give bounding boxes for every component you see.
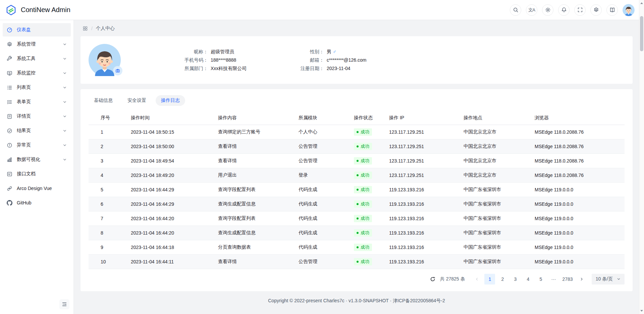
table-row: 82023-11-04 16:44:20查询生成配置信息代码生成成功119.12… xyxy=(89,226,625,240)
status-badge: 成功 xyxy=(354,200,372,208)
docs-button[interactable] xyxy=(606,4,618,16)
scroll-up-arrow[interactable] xyxy=(639,1,644,6)
field-label: 性别： xyxy=(277,48,324,55)
sidebar-item-result-page[interactable]: 结果页 xyxy=(3,124,71,137)
scroll-down-arrow[interactable] xyxy=(639,308,644,313)
table-cell: 4 xyxy=(89,168,125,182)
next-page-button[interactable] xyxy=(576,274,587,285)
table-cell: 2023-11-04 16:44:29 xyxy=(125,197,213,211)
search-button[interactable] xyxy=(510,4,521,16)
table-cell: 119.123.193.216 xyxy=(384,254,458,269)
previous-page-button[interactable] xyxy=(472,274,482,285)
chevron-down-icon xyxy=(63,158,67,162)
table-cell: 2023-11-04 16:44:11 xyxy=(125,254,213,269)
settings-button[interactable] xyxy=(590,4,602,16)
table-cell: 中国广东省深圳市 xyxy=(458,240,529,254)
table-row: 102023-11-04 16:44:11查看详情公告管理成功119.123.1… xyxy=(89,254,625,269)
sidebar-item-data-visualization[interactable]: 数据可视化 xyxy=(3,153,71,166)
gear-icon xyxy=(593,7,599,13)
status-badge: 成功 xyxy=(354,128,372,136)
profile-card: 昵称： 超级管理员 性别： 男♂ 手机号码： 188****8888 邮箱： c… xyxy=(80,36,633,84)
file-icon xyxy=(7,114,12,119)
pagination-ellipsis[interactable]: ··· xyxy=(548,274,559,285)
male-icon: ♂ xyxy=(333,49,336,54)
vertical-scrollbar[interactable] xyxy=(639,0,644,314)
status-cell: 成功 xyxy=(348,182,384,197)
tab-basic-info[interactable]: 基础信息 xyxy=(89,95,118,106)
search-icon xyxy=(513,7,519,13)
status-dot-icon xyxy=(357,246,359,248)
sun-icon xyxy=(545,7,551,13)
page-number-1[interactable]: 1 xyxy=(484,274,495,285)
sidebar-item-github[interactable]: GitHub xyxy=(3,196,71,209)
sidebar-item-detail-page[interactable]: 详情页 xyxy=(3,110,71,123)
user-avatar[interactable] xyxy=(623,4,635,16)
table-cell: 2023-11-04 18:49:20 xyxy=(125,168,213,182)
exclamation-circle-icon xyxy=(7,142,12,148)
sidebar-item-arco-design-vue[interactable]: Arco Design Vue xyxy=(3,182,71,195)
page-number-3[interactable]: 3 xyxy=(510,274,521,285)
table-cell: 查询字段配置列表 xyxy=(213,182,293,197)
sidebar-item-dashboard[interactable]: 仪表盘 xyxy=(3,23,71,37)
table-cell: 代码生成 xyxy=(293,240,348,254)
sidebar-item-system-management[interactable]: 系统管理 xyxy=(3,38,71,51)
table-cell: MSEdge 119.0.0.0 xyxy=(529,226,625,240)
table-cell: 3 xyxy=(89,153,125,168)
apps-grid-icon[interactable] xyxy=(83,26,88,31)
table-cell: 123.117.129.251 xyxy=(384,125,458,139)
sidebar-item-system-tools[interactable]: 系统工具 xyxy=(3,52,71,65)
pagination-total: 共 27825 条 xyxy=(440,276,465,282)
translate-button[interactable]: 文A xyxy=(526,4,537,16)
tab-operation-log[interactable]: 操作日志 xyxy=(156,95,185,106)
page-number-2783[interactable]: 2783 xyxy=(561,274,574,285)
column-header: 浏览器 xyxy=(529,111,625,125)
table-cell: 123.117.129.251 xyxy=(384,153,458,168)
table-cell: 119.123.193.216 xyxy=(384,240,458,254)
table-cell: 查看详情 xyxy=(213,139,293,153)
theme-button[interactable] xyxy=(542,4,553,16)
table-cell: 分页查询数据表 xyxy=(213,240,293,254)
list-icon xyxy=(7,85,12,90)
table-cell: 查看详情 xyxy=(213,153,293,168)
table-cell: 查询生成配置信息 xyxy=(213,226,293,240)
table-cell: 2023-11-04 16:44:20 xyxy=(125,226,213,240)
table-cell: 5 xyxy=(89,182,125,197)
page-size-select[interactable]: 10 条/页 xyxy=(592,274,625,285)
main-content: / 个人中心 xyxy=(74,20,638,314)
fullscreen-button[interactable] xyxy=(574,4,586,16)
page-number-5[interactable]: 5 xyxy=(535,274,546,285)
table-cell: 登录 xyxy=(293,168,348,182)
sidebar-item-form-page[interactable]: 表单页 xyxy=(3,95,71,109)
table-cell: 2023-11-04 16:44:29 xyxy=(125,182,213,197)
page-number-2[interactable]: 2 xyxy=(497,274,508,285)
table-cell: 6 xyxy=(89,197,125,211)
sidebar-item-list-page[interactable]: 列表页 xyxy=(3,81,71,94)
scrollbar-thumb[interactable] xyxy=(640,16,643,51)
sidebar-item-exception-page[interactable]: 异常页 xyxy=(3,138,71,152)
table-cell: MSEdge 118.0.2088.76 xyxy=(529,139,625,153)
table-cell: 2023-11-04 18:49:54 xyxy=(125,153,213,168)
table-cell: 2023-11-04 18:50:00 xyxy=(125,139,213,153)
sidebar-collapse-button[interactable] xyxy=(59,299,69,309)
status-dot-icon xyxy=(357,189,359,191)
tab-security-settings[interactable]: 安全设置 xyxy=(122,95,152,106)
refresh-button[interactable] xyxy=(429,275,437,283)
page-number-4[interactable]: 4 xyxy=(523,274,533,285)
tabs-card: 基础信息 安全设置 操作日志 序号 操作时间 操作内容 所属模块 操作状态 操作… xyxy=(80,89,633,291)
table-cell: 10 xyxy=(89,254,125,269)
table-cell: 119.123.193.216 xyxy=(384,197,458,211)
status-dot-icon xyxy=(357,131,359,133)
column-header: 操作地点 xyxy=(458,111,529,125)
table-cell: 查询绑定的三方账号 xyxy=(213,125,293,139)
app-header: ContiNew Admin 文A xyxy=(0,0,644,20)
pagination-pages: 12345···2783 xyxy=(484,274,574,285)
status-cell: 成功 xyxy=(348,211,384,226)
sidebar-item-api-docs[interactable]: 接口文档 xyxy=(3,167,71,181)
table-cell: MSEdge 118.0.2088.76 xyxy=(529,153,625,168)
change-avatar-button[interactable] xyxy=(113,66,122,75)
table-cell: 123.117.129.251 xyxy=(384,139,458,153)
notification-button[interactable] xyxy=(558,4,570,16)
table-cell: MSEdge 119.0.0.0 xyxy=(529,240,625,254)
status-cell: 成功 xyxy=(348,125,384,139)
sidebar-item-system-monitor[interactable]: 系统监控 xyxy=(3,66,71,80)
